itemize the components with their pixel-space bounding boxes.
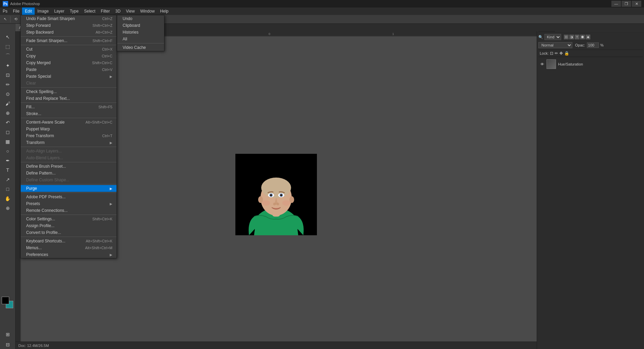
foreground-color-swatch[interactable] [2,297,9,304]
restore-button[interactable]: ❐ [622,1,631,7]
type-tool[interactable]: T [3,166,13,174]
purge-all[interactable]: All [117,36,164,42]
gradient-tool[interactable]: ▦ [3,137,13,146]
crop-tool[interactable]: ⊡ [3,71,13,79]
layers-mode-select[interactable]: Normal [538,42,572,48]
separator-7 [21,162,117,162]
menu-paste[interactable]: Paste Ctrl+V [21,66,117,73]
layers-search-row: 🔍 Kind ⊡ ◑ T ⬟ ◆ [538,33,643,41]
menu-step-backward[interactable]: Step Backward Alt+Ctrl+Z [21,29,117,36]
menu-type[interactable]: Type [67,7,81,15]
menu-3d[interactable]: 3D [112,7,123,15]
clone-tool[interactable]: ⊕ [3,109,13,117]
menu-copy[interactable]: Copy Ctrl+C [21,53,117,59]
tb-icon-1[interactable]: ⟲ [12,16,19,23]
dodge-tool[interactable]: ○ [3,147,13,155]
status-doc-size: Doc: 12.4M/26.5M [18,344,49,348]
lock-all-icon[interactable]: 🔒 [564,51,569,56]
menu-fade[interactable]: Fade Smart Sharpen... Shift+Ctrl+F [21,37,117,44]
minimize-button[interactable]: — [611,1,621,7]
lock-transparent-icon[interactable]: ⊡ [550,51,553,56]
menu-step-forward[interactable]: Step Forward Shift+Ctrl+Z [21,22,117,29]
opacity-input[interactable] [587,42,599,48]
menu-purge[interactable]: Purge ▶ [21,185,117,192]
menu-puppet-warp[interactable]: Puppet Warp [21,126,117,132]
lock-image-icon[interactable]: ✏ [555,51,558,56]
menu-fill[interactable]: Fill... Shift+F5 [21,104,117,110]
menu-ps[interactable]: Ps [0,7,10,15]
purge-histories[interactable]: Histories [117,29,164,36]
menu-image[interactable]: Image [35,7,51,15]
menu-layer[interactable]: Layer [51,7,67,15]
history-brush-tool[interactable]: ↶ [3,118,13,127]
purge-undo[interactable]: Undo [117,15,164,22]
menu-find-replace[interactable]: Find and Replace Text... [21,95,117,102]
path-select-tool[interactable]: ↗ [3,175,13,184]
separator-2 [21,45,117,45]
menu-paste-special[interactable]: Paste Special ▶ [21,73,117,80]
svg-point-17 [273,203,276,205]
menu-view[interactable]: View [123,7,138,15]
layer-visibility-icon[interactable]: 👁 [540,62,544,67]
magic-wand-tool[interactable]: ✦ [3,61,13,70]
menu-keyboard-shortcuts[interactable]: Keyboard Shortcuts... Alt+Shift+Ctrl+K [21,238,117,244]
type-filter-icon[interactable]: T [575,35,579,39]
shape-filter-icon[interactable]: ⬟ [580,35,585,39]
menu-cut[interactable]: Cut Ctrl+X [21,46,117,53]
eyedropper-tool[interactable]: ✏ [3,80,13,89]
marquee-tool[interactable]: ⬚ [3,42,13,51]
menu-assign-profile[interactable]: Assign Profile... [21,222,117,229]
menu-free-transform[interactable]: Free Transform Ctrl+T [21,132,117,139]
hand-tool[interactable]: ✋ [3,194,13,203]
menu-menus[interactable]: Menus... Alt+Shift+Ctrl+M [21,244,117,251]
close-button[interactable]: ✕ [632,1,641,7]
menu-select[interactable]: Select [81,7,98,15]
menu-stroke[interactable]: Stroke... [21,110,117,117]
menu-edit[interactable]: Edit [22,7,35,15]
menu-color-settings[interactable]: Color Settings... Shift+Ctrl+K [21,216,117,222]
zoom-tool[interactable]: ⊕ [3,204,13,213]
layers-kind-select[interactable]: Kind [544,34,561,40]
screen-mode-tool[interactable]: ⊟ [3,340,13,349]
tool-arrow[interactable]: ↖ [1,16,9,23]
menu-transform[interactable]: Transform ▶ [21,139,117,146]
menu-check-spelling[interactable]: Check Spelling... [21,88,117,95]
purge-clipboard[interactable]: Clipboard [117,22,164,29]
menu-file[interactable]: File [10,7,22,15]
layer-item-hue-saturation[interactable]: 👁 Hue/Saturation [538,58,643,70]
eraser-tool[interactable]: ◻ [3,128,13,136]
menu-filter[interactable]: Filter [98,7,113,15]
edit-dropdown: Undo Fade Smart Sharpen Ctrl+Z Step Forw… [20,15,117,258]
pen-tool[interactable]: ✒ [3,156,13,165]
menu-presets[interactable]: Presets ▶ [21,200,117,207]
menu-define-pattern[interactable]: Define Pattern... [21,170,117,177]
menu-window[interactable]: Window [138,7,158,15]
pixel-filter-icon[interactable]: ⊡ [564,35,569,39]
quick-mask-tool[interactable]: ⊞ [3,330,13,339]
rect-shape-tool[interactable]: □ [3,185,13,194]
menu-preferences[interactable]: Preferences ▶ [21,251,117,258]
menu-undo-fade[interactable]: Undo Fade Smart Sharpen Ctrl+Z [21,15,117,22]
menu-content-aware[interactable]: Content-Aware Scale Alt+Shift+Ctrl+C [21,119,117,126]
spot-heal-tool[interactable]: ⊙ [3,90,13,98]
layers-list: 👁 Hue/Saturation [538,58,643,70]
menu-define-brush[interactable]: Define Brush Preset... [21,163,117,170]
svg-point-19 [262,200,270,206]
smartobj-filter-icon[interactable]: ◆ [586,35,590,39]
status-bar: Doc: 12.4M/26.5M [16,342,537,349]
lasso-tool[interactable]: ⌒ [3,52,13,60]
lock-position-icon[interactable]: ✥ [559,51,563,56]
svg-point-20 [282,200,290,206]
separator-3 [21,87,117,88]
separator-6 [21,147,117,147]
move-tool[interactable]: ↖ [3,33,13,41]
menu-pdf-presets[interactable]: Adobe PDF Presets... [21,194,117,200]
adjustment-filter-icon[interactable]: ◑ [569,35,574,39]
menu-copy-merged[interactable]: Copy Merged Shift+Ctrl+C [21,59,117,66]
menu-convert-profile[interactable]: Convert to Profile... [21,229,117,236]
color-swatches [2,297,14,309]
brush-tool[interactable]: 🖌 [3,99,13,108]
menu-remote-connections[interactable]: Remote Connections... [21,207,117,214]
menu-help[interactable]: Help [157,7,171,15]
purge-video-cache[interactable]: Video Cache [117,44,164,51]
